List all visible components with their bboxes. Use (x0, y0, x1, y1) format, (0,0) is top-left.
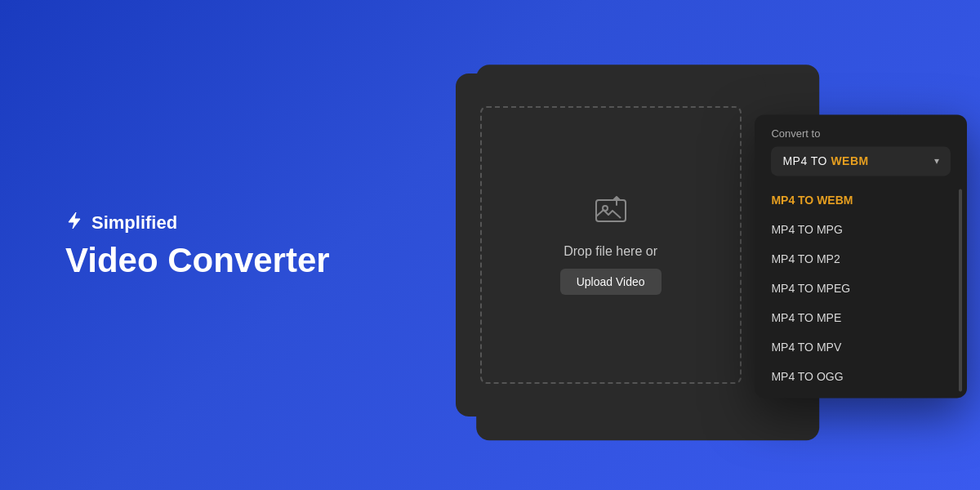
brand-title: Video Converter (65, 242, 343, 279)
upload-video-button[interactable]: Upload Video (560, 269, 662, 295)
brand-icon (65, 211, 85, 235)
dropdown-item-ogg[interactable]: MP4 TO OGG (755, 362, 967, 391)
convert-label: Convert to (771, 127, 951, 140)
drop-file-text: Drop file here or (564, 244, 657, 259)
dropdown-item-mpe[interactable]: MP4 TO MPE (755, 303, 967, 332)
convert-dropdown-panel: Convert to MP4 TO WEBM ▾ MP4 TO WEBM MP4… (755, 114, 967, 398)
svg-rect-0 (596, 200, 626, 221)
upload-card: Drop file here or Upload Video (456, 74, 766, 416)
brand-name: Simplified (91, 212, 177, 234)
dropdown-item-mpeg[interactable]: MP4 TO MPEG (755, 274, 967, 303)
dropdown-options-list: MP4 TO WEBM MP4 TO MPG MP4 TO MP2 MP4 TO… (755, 182, 967, 398)
chevron-down-icon: ▾ (934, 155, 939, 167)
card-stack: Drop file here or Upload Video Convert t… (343, 0, 980, 490)
dropdown-item-mp2[interactable]: MP4 TO MP2 (755, 244, 967, 274)
selected-option-highlight: WEBM (831, 154, 868, 167)
brand-logo: Simplified (65, 211, 343, 235)
dropdown-selected-option[interactable]: MP4 TO WEBM ▾ (771, 146, 951, 176)
brand-section: Simplified Video Converter (0, 211, 343, 279)
dropdown-item-webm[interactable]: MP4 TO WEBM (755, 185, 967, 215)
upload-image-icon (595, 195, 627, 231)
selected-option-text: MP4 TO WEBM (782, 154, 868, 167)
dropdown-item-mpv[interactable]: MP4 TO MPV (755, 332, 967, 362)
upload-dropzone[interactable]: Drop file here or Upload Video (480, 106, 742, 384)
dropdown-header: Convert to MP4 TO WEBM ▾ (755, 114, 967, 182)
dropdown-item-mpg[interactable]: MP4 TO MPG (755, 215, 967, 244)
